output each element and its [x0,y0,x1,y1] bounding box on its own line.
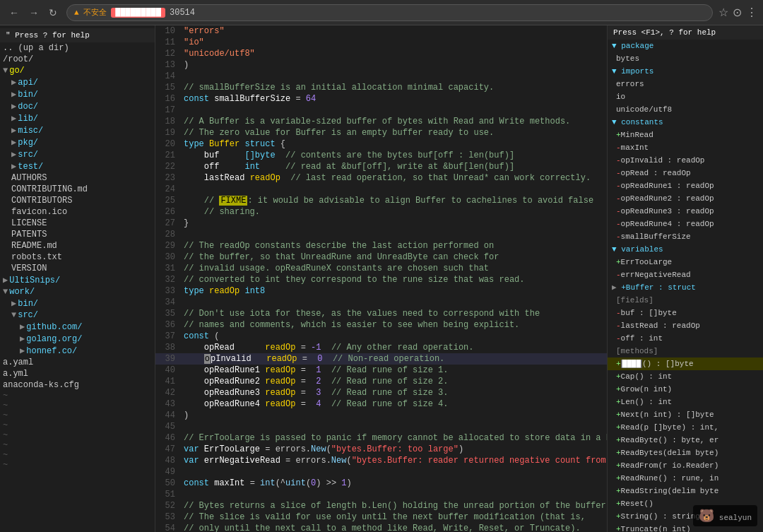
list-item[interactable]: CONTRIBUTORS [0,195,155,206]
list-item[interactable]: anaconda-ks.cfg [0,379,155,391]
forward-button[interactable]: → [25,6,42,20]
sym-section-package[interactable]: ▼ package [608,40,763,52]
sym-item: [fields] [608,294,763,307]
sym-item[interactable]: bytes [608,52,763,65]
sym-arrow: ▼ [612,118,617,126]
list-item[interactable]: ▶pkg/ [0,136,155,148]
sym-item[interactable]: -maxInt [608,141,763,154]
list-item[interactable]: AUTHORS [0,172,155,184]
list-item[interactable]: ▼work/ [0,286,155,297]
list-item[interactable]: ▼src/ [0,309,155,321]
list-item[interactable]: ▶test/ [0,160,155,172]
list-item[interactable]: ▶bin/ [0,88,155,100]
sym-section-imports[interactable]: ▼ imports [608,65,763,78]
sym-item[interactable]: +Read(p []byte) : int, [608,421,763,434]
list-item[interactable]: a.yml [0,368,155,379]
symbol-panel: Press <F1>, ? for help ▼ package bytes ▼… [608,25,763,532]
list-item: ~ [0,440,155,450]
list-item[interactable]: favicon.ico [0,206,155,218]
code-line: 52// Bytes returns a slice of length b.L… [155,500,607,512]
code-line: 53// The slice is valid for use only unt… [155,512,607,523]
sym-item[interactable]: -buf : []byte [608,307,763,319]
sym-section-variables[interactable]: ▼ variables [608,243,763,256]
list-item[interactable]: /root/ [0,54,155,65]
code-line: 42 opReadRune3 readOp = 3 // Read rune o… [155,387,607,398]
menu-button[interactable]: ⋮ [746,6,757,19]
sym-item[interactable]: -opReadRune3 : readOp [608,205,763,218]
sym-item[interactable]: -off : int [608,332,763,345]
list-item[interactable]: ▶doc/ [0,100,155,112]
sym-item[interactable]: +Cap() : int [608,370,763,383]
code-line: 51 [155,489,607,500]
list-item[interactable]: ▶honnef.co/ [0,345,155,357]
list-item[interactable]: a.yaml [0,357,155,368]
sym-item[interactable]: +Len() : int [608,396,763,408]
list-item[interactable]: ▶lib/ [0,112,155,124]
list-item[interactable]: CONTRIBUTING.md [0,184,155,195]
sym-item[interactable]: +ErrTooLarge [608,256,763,268]
sym-item[interactable]: io [608,90,763,103]
sym-item[interactable]: +Grow(n int) [608,383,763,396]
code-line: 15// smallBufferSize is an initial alloc… [155,82,607,93]
sym-item[interactable]: -smallBufferSize [608,230,763,243]
sym-item[interactable]: +ReadString(delim byte [608,485,763,497]
sym-section-buffer[interactable]: ▶ +Buffer : struct [608,281,763,294]
list-item[interactable]: ▶misc/ [0,124,155,136]
sym-arrow: ▼ [612,67,617,76]
list-item: ~ [0,420,155,430]
sym-item[interactable]: -lastRead : readOp [608,319,763,332]
sym-item[interactable]: -opReadRune1 : readOp [608,179,763,192]
sym-item[interactable]: -errNegativeRead [608,268,763,281]
sym-item[interactable]: +ReadByte() : byte, er [608,434,763,447]
list-item[interactable]: ▶UltiSnips/ [0,274,155,286]
code-editor[interactable]: 10"errors" 11"io" 12"unicode/utf8" 13) 1… [155,25,608,532]
sym-item[interactable]: -opReadRune2 : readOp [608,192,763,205]
sym-item[interactable]: -opReadRune4 : readOp [608,218,763,230]
code-line: 38 opRead readOp = -1 // Any other read … [155,342,607,353]
list-item[interactable]: ▶bin/ [0,297,155,309]
sym-item[interactable]: +MinRead [608,129,763,141]
list-item[interactable]: ▶api/ [0,76,155,88]
sym-section-label: imports [621,67,653,76]
code-line: 39 opInvalid readOp = 0 // Non-read oper… [155,353,607,365]
list-item[interactable]: VERSION [0,263,155,274]
sym-item[interactable]: +Next(n int) : []byte [608,408,763,421]
list-item[interactable]: LICENSE [0,218,155,229]
sym-item[interactable]: +ReadRune() : rune, in [608,472,763,485]
sym-item[interactable]: unicode/utf8 [608,103,763,116]
code-line: 33type readOp int8 [155,285,607,297]
list-item[interactable]: PATENTS [0,229,155,240]
list-item[interactable]: ▼go/ [0,65,155,76]
security-warning: ▲ 不安全 [74,7,107,18]
code-line: 28 [155,229,607,240]
code-line: 47var ErrTooLarge = errors.New("bytes.Bu… [155,444,607,455]
bookmark-button[interactable]: ☆ [718,6,728,19]
sym-item[interactable]: +ReadFrom(r io.Reader) [608,459,763,472]
address-bar[interactable]: ▲ 不安全 █████████ 30514 [66,4,713,21]
code-line: 14 [155,71,607,82]
account-button[interactable]: ⊙ [733,6,742,19]
sym-item[interactable]: -opRead : readOp [608,167,763,179]
back-button[interactable]: ← [6,6,23,20]
refresh-button[interactable]: ↻ [45,6,61,20]
code-line: 54// only until the next call to a metho… [155,523,607,532]
sym-item-active[interactable]: +████() : []byte [608,357,763,370]
browser-chrome: ← → ↻ ▲ 不安全 █████████ 30514 ☆ ⊙ ⋮ [0,0,763,25]
list-item[interactable]: ▶golang.org/ [0,333,155,345]
list-item: ~ [0,401,155,410]
list-item[interactable]: .. (up a dir) [0,42,155,54]
sym-arrow: ▼ [612,42,617,50]
list-item[interactable]: ▶github.com/ [0,321,155,333]
sym-section-label: +Buffer : struct [621,283,696,292]
list-item[interactable]: robots.txt [0,252,155,263]
sym-item[interactable]: +ReadBytes(delim byte) [608,447,763,459]
sym-section-constants[interactable]: ▼ constants [608,116,763,129]
list-item[interactable]: README.md [0,240,155,252]
sym-section-label: package [621,42,653,50]
sym-item[interactable]: errors [608,78,763,90]
file-tree: " Press ? for help .. (up a dir) /root/ … [0,25,155,532]
sym-item[interactable]: -opInvalid : readOp [608,154,763,167]
code-line: 16const smallBufferSize = 64 [155,93,607,105]
code-line: 20type Buffer struct { [155,138,607,150]
list-item[interactable]: ▶src/ [0,148,155,160]
